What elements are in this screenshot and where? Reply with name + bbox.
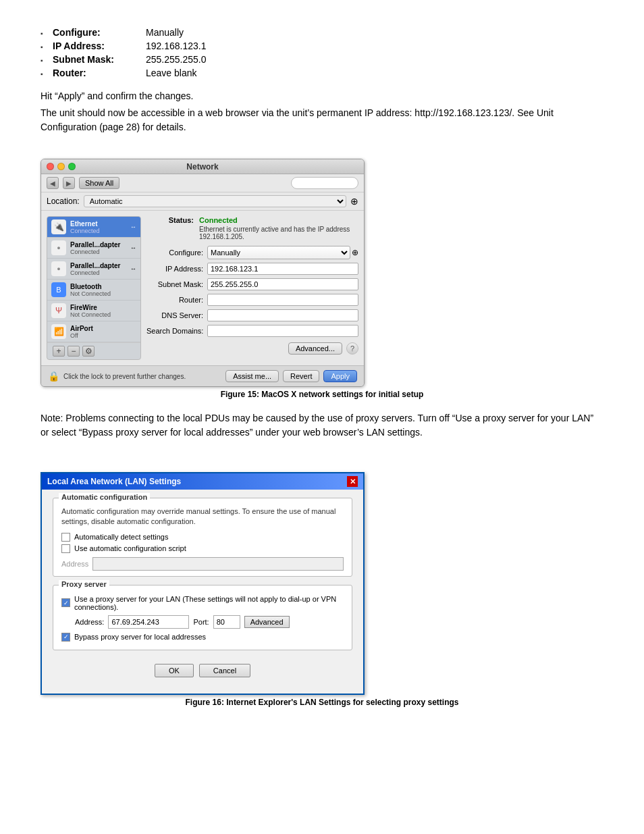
router-label: Router: xyxy=(146,296,207,304)
firewire-icon: Ψ xyxy=(51,303,66,318)
auto-detect-label: Automatically detect settings xyxy=(74,533,168,541)
bullet-value-router: Leave blank xyxy=(146,68,197,78)
location-label: Location: xyxy=(47,197,80,206)
sidebar-item-parallel1[interactable]: ● Parallel...dapter Connected ↔ xyxy=(47,238,140,259)
cancel-button[interactable]: Cancel xyxy=(199,664,250,677)
auto-script-checkbox[interactable] xyxy=(61,544,70,553)
note-paragraph: Note: Problems connecting to the local P… xyxy=(41,411,603,440)
bullet-value-subnet: 255.255.255.0 xyxy=(146,54,207,65)
proxy-bypass-row: ✓ Bypass proxy server for local addresse… xyxy=(61,633,344,642)
remove-network-button[interactable]: − xyxy=(68,346,80,357)
proxy-port-input[interactable] xyxy=(213,615,240,629)
dns-row: DNS Server: xyxy=(146,309,358,321)
show-all-button[interactable]: Show All xyxy=(79,177,119,189)
ok-button[interactable]: OK xyxy=(155,664,194,677)
assist-button[interactable]: Assist me... xyxy=(225,370,279,382)
dns-input[interactable] xyxy=(207,309,358,321)
parallel1-arrows: ↔ xyxy=(130,244,136,251)
proxy-addr-label: Address: xyxy=(75,618,104,626)
subnet-row: Subnet Mask: xyxy=(146,278,358,290)
address-input[interactable] xyxy=(92,557,344,571)
forward-button[interactable]: ▶ xyxy=(63,177,75,189)
auto-detect-checkbox[interactable] xyxy=(61,533,70,542)
proxy-bypass-checkbox[interactable]: ✓ xyxy=(61,633,70,642)
instruction-line1: Hit “Apply” and confirm the changes. xyxy=(41,89,603,103)
sidebar-controls: + − ⚙ xyxy=(47,342,140,359)
configure-select[interactable]: Manually xyxy=(207,246,350,259)
parallel1-name: Parallel...dapter xyxy=(70,241,126,249)
airport-icon: 📶 xyxy=(51,324,66,339)
macos-toolbar: ◀ ▶ Show All xyxy=(41,174,364,192)
ethernet-name: Ethernet xyxy=(70,220,126,228)
macos-sidebar: 🔌 Ethernet Connected ↔ ● Parallel...dapt… xyxy=(47,216,141,360)
subnet-input[interactable] xyxy=(207,278,358,290)
macos-titlebar: Network xyxy=(41,159,364,174)
sidebar-item-parallel2[interactable]: ● Parallel...dapter Connected ↔ xyxy=(47,259,140,280)
search-input[interactable] xyxy=(291,177,358,189)
lan-content: Automatic configuration Automatic config… xyxy=(42,490,363,694)
address-label: Address xyxy=(61,560,88,568)
parallel1-icon: ● xyxy=(51,240,66,255)
parallel1-status: Connected xyxy=(70,249,126,255)
ethernet-arrows: ↔ xyxy=(130,224,136,230)
sidebar-item-bluetooth[interactable]: B Bluetooth Not Connected xyxy=(47,280,140,301)
lock-text: Click the lock to prevent further change… xyxy=(63,373,221,380)
dns-label: DNS Server: xyxy=(146,311,207,319)
proxy-use-label: Use a proxy server for your LAN (These s… xyxy=(74,595,344,611)
lock-icon[interactable]: 🔒 xyxy=(48,371,59,382)
maximize-button[interactable] xyxy=(68,163,76,170)
sidebar-item-ethernet[interactable]: 🔌 Ethernet Connected ↔ xyxy=(47,217,140,238)
location-spinner: ⊕ xyxy=(350,196,358,207)
auto-config-section: Automatic configuration Automatic config… xyxy=(53,498,352,577)
router-input[interactable] xyxy=(207,294,358,306)
bluetooth-icon: B xyxy=(51,282,66,297)
help-button[interactable]: ? xyxy=(346,342,358,355)
close-button[interactable] xyxy=(47,163,54,170)
bullet-configure: ▪ Configure: Manually xyxy=(41,27,603,38)
revert-button[interactable]: Revert xyxy=(283,370,319,382)
apply-button[interactable]: Apply xyxy=(323,370,357,382)
proxy-section: Proxy server ✓ Use a proxy server for yo… xyxy=(53,585,352,650)
instruction-line2: The unit should now be accessible in a w… xyxy=(41,106,603,134)
ethernet-status: Connected xyxy=(70,228,126,234)
parallel2-status: Connected xyxy=(70,269,126,276)
figure15-caption: Figure 15: MacOS X network settings for … xyxy=(41,390,603,399)
advanced-button[interactable]: Advanced... xyxy=(288,342,342,355)
bullet-marker: ▪ xyxy=(41,57,47,64)
bluetooth-status: Not Connected xyxy=(70,290,136,297)
search-domains-input[interactable] xyxy=(207,325,358,337)
status-row: Status: Connected Ethernet is currently … xyxy=(146,216,358,240)
address-row: Address xyxy=(61,557,344,571)
status-description: Ethernet is currently active and has the… xyxy=(199,226,358,240)
status-label: Status: xyxy=(146,216,194,240)
traffic-lights xyxy=(47,163,76,170)
status-value: Connected xyxy=(199,216,358,224)
ip-label: IP Address: xyxy=(146,265,207,273)
advanced-row: Advanced... ? xyxy=(146,342,358,355)
auto-desc: Automatic configuration may override man… xyxy=(61,506,344,527)
lan-close-button[interactable]: ✕ xyxy=(347,476,358,487)
lan-title: Local Area Network (LAN) Settings xyxy=(47,477,181,486)
ethernet-icon: 🔌 xyxy=(51,219,66,234)
proxy-address-input[interactable] xyxy=(108,615,189,629)
bluetooth-name: Bluetooth xyxy=(70,283,136,290)
configure-row: Configure: Manually ⊕ xyxy=(146,246,358,259)
sidebar-item-firewire[interactable]: Ψ FireWire Not Connected xyxy=(47,301,140,321)
gear-button[interactable]: ⚙ xyxy=(82,346,95,357)
macos-content: 🔌 Ethernet Connected ↔ ● Parallel...dapt… xyxy=(41,211,364,365)
back-button[interactable]: ◀ xyxy=(47,177,59,189)
sidebar-item-airport[interactable]: 📶 AirPort Off xyxy=(47,321,140,342)
proxy-advanced-button[interactable]: Advanced xyxy=(244,616,290,628)
ip-input[interactable] xyxy=(207,263,358,275)
minimize-button[interactable] xyxy=(57,163,65,170)
location-select[interactable]: Automatic xyxy=(84,195,346,207)
auto-section-title: Automatic configuration xyxy=(59,493,150,501)
add-network-button[interactable]: + xyxy=(53,346,65,357)
proxy-use-checkbox[interactable]: ✓ xyxy=(61,598,70,607)
lan-titlebar: Local Area Network (LAN) Settings ✕ xyxy=(42,473,363,490)
parallel2-name: Parallel...dapter xyxy=(70,262,126,269)
proxy-fields-row: Address: Port: Advanced xyxy=(75,615,344,629)
auto-script-row: Use automatic configuration script xyxy=(61,544,344,553)
bullet-label-ip: IP Address: xyxy=(53,41,140,51)
firewire-name: FireWire xyxy=(70,304,136,311)
